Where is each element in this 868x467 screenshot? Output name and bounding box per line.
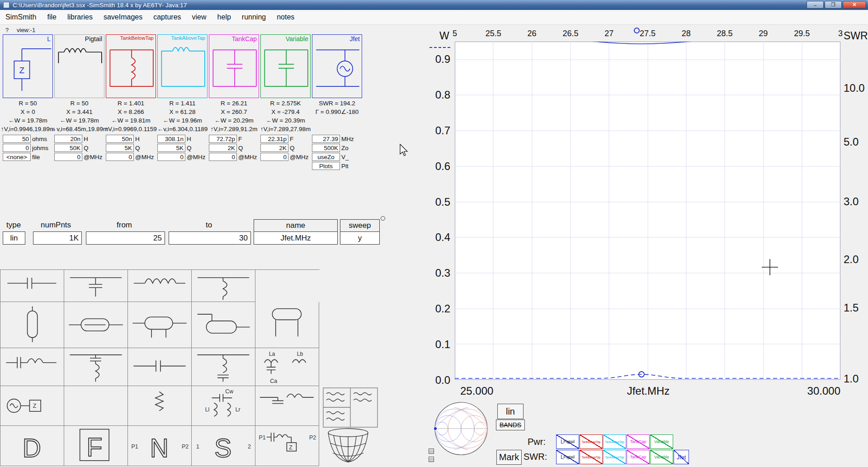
palette-generator-load[interactable]: Z — [0, 386, 64, 426]
field-unit[interactable]: ohms — [31, 136, 47, 142]
field-value[interactable]: 5K — [106, 144, 134, 152]
field-value[interactable]: 0 — [157, 153, 185, 161]
field-unit[interactable]: V_ — [340, 154, 349, 160]
menu-item[interactable]: file — [42, 13, 61, 21]
field-value[interactable]: 5K — [157, 144, 185, 152]
palette-line-with-drops[interactable] — [255, 302, 319, 348]
field-value[interactable]: 72.72p — [209, 135, 237, 143]
component-block-pigtail[interactable]: Pigtail R = 50 X = 3.441 ←W = 19.78m ←v,… — [54, 34, 104, 162]
field-unit[interactable]: MHz — [340, 136, 354, 142]
field-unit[interactable]: @MHz — [134, 154, 154, 160]
sweep-degree-marker[interactable] — [381, 216, 385, 221]
legend-swr-l-pigtail[interactable]: LPigtail — [556, 450, 579, 464]
smith-chart[interactable] — [433, 401, 490, 457]
bands-button[interactable]: BANDS — [496, 420, 525, 430]
menu-item[interactable]: saveImages — [98, 13, 148, 21]
field-unit[interactable]: johms — [31, 145, 48, 151]
field-value[interactable]: 50K — [54, 144, 82, 152]
field-value[interactable]: 22.31p — [260, 135, 288, 143]
legend-swr-tankbelowtap[interactable]: TankBelowTap — [580, 450, 603, 464]
maximize-button[interactable]: ❐ — [825, 1, 842, 9]
smith-option-icon-2[interactable] — [429, 457, 434, 462]
palette-coax-line[interactable] — [64, 302, 128, 348]
component-label[interactable]: TankAboveTap — [171, 35, 205, 41]
component-block-variable[interactable]: Variable R = 2.575K X = -279.4 ←W = 20.3… — [260, 34, 311, 162]
palette-shunt-lc[interactable] — [192, 348, 255, 386]
wire-library-icon[interactable] — [323, 387, 378, 428]
component-label[interactable]: L — [47, 35, 51, 42]
component-block-tankcap[interactable]: TankCap R = 26.21 X = 260.7 ←W = 20.29m … — [209, 34, 259, 162]
component-block-tankbelowtap[interactable]: TankBelowTap R = 1.401 X = 8.266 ←W = 19… — [106, 34, 156, 162]
field-value[interactable]: 0 — [209, 153, 237, 161]
field-unit[interactable]: Q — [82, 145, 89, 151]
field-value[interactable]: 0 — [3, 144, 31, 152]
field-value[interactable]: 2K — [209, 144, 237, 152]
palette-series-inductor[interactable] — [128, 270, 192, 302]
palette-series-lc[interactable] — [0, 348, 64, 386]
field-unit[interactable]: @MHz — [288, 154, 308, 160]
palette-cap-inductor[interactable] — [255, 386, 319, 426]
field-unit[interactable]: Q — [185, 145, 192, 151]
palette-n-port[interactable]: P1NP2 — [128, 426, 192, 466]
palette-shunt-capacitor[interactable] — [64, 270, 128, 302]
component-block-tankabovetap[interactable]: TankAboveTap R = 1.411 X = 61.28 ←W = 19… — [157, 34, 208, 162]
field-unit[interactable]: F — [288, 136, 293, 142]
legend-pwr-tankbelowtap[interactable]: TankBelowTap — [580, 434, 603, 449]
component-label[interactable]: Jfet — [349, 35, 360, 42]
component-label[interactable]: Variable — [286, 35, 308, 42]
x-axis-title[interactable]: Jfet.MHz — [627, 385, 670, 397]
menu-item[interactable]: notes — [271, 13, 300, 21]
palette-coupled-inductors[interactable]: LaLbCa — [255, 348, 319, 386]
palette-series-capacitor[interactable] — [0, 270, 64, 302]
sweep-name-value[interactable]: Jfet.MHz — [254, 231, 338, 245]
palette-s-parameter-block[interactable]: 1S2 — [192, 426, 255, 466]
menu-item[interactable]: view — [187, 13, 212, 21]
legend-pwr-l-pigtail[interactable]: LPigtail — [556, 434, 579, 449]
menu-item[interactable]: libraries — [62, 13, 98, 21]
legend-pwr-tankcap[interactable]: TankCap — [627, 434, 650, 449]
mark-button[interactable]: Mark — [496, 450, 522, 465]
field-value[interactable]: 20n — [54, 135, 82, 143]
sweep-from-value[interactable]: 25 — [86, 231, 165, 245]
sweep-numpnts-value[interactable]: 1K — [33, 231, 82, 245]
menu-item[interactable]: running — [236, 13, 271, 21]
field-unit[interactable]: @MHz — [185, 154, 205, 160]
menu-item[interactable]: SimSmith — [0, 13, 42, 21]
field-value[interactable]: 0 — [54, 153, 82, 161]
usezo-toggle[interactable]: useZo — [312, 153, 340, 161]
field-value[interactable]: 500K — [312, 144, 340, 152]
field-unit[interactable]: @MHz — [237, 154, 257, 160]
menu-item[interactable]: captures — [148, 13, 186, 21]
field-value[interactable]: 27.39 — [312, 135, 340, 143]
legend-pwr-variable[interactable]: Variable — [650, 434, 673, 449]
field-unit[interactable]: file — [31, 154, 40, 160]
field-unit[interactable]: Plt — [340, 163, 349, 170]
field-unit[interactable]: Q — [237, 145, 243, 151]
palette-f-block[interactable]: F — [64, 426, 128, 466]
component-block-jfet[interactable]: Jfet SWR = 194.2 Γ = 0.990∠-180 27.39MHz… — [312, 34, 362, 171]
field-unit[interactable]: H — [82, 136, 88, 142]
legend-swr-tankcap[interactable]: TankCap — [627, 450, 650, 464]
palette-empty-cell-2[interactable] — [64, 386, 128, 426]
plots-button[interactable]: Plots — [312, 162, 340, 170]
component-label[interactable]: TankCap — [232, 35, 257, 42]
legend-swr-variable[interactable]: Variable — [650, 450, 673, 464]
field-value[interactable]: 308.1n — [157, 135, 185, 143]
palette-two-port-network[interactable]: P1P2 Z — [255, 426, 319, 466]
field-unit[interactable]: H — [185, 136, 191, 142]
component-block-l[interactable]: L Z R = 50 X = 0 ←W = 19.78m ↑V,i=0.9946… — [3, 34, 53, 162]
legend-swr-jfet[interactable]: Jfet — [674, 450, 689, 464]
field-value[interactable]: 2K — [260, 144, 288, 152]
component-label[interactable]: TankBelowTap — [120, 35, 154, 41]
minimize-button[interactable]: – — [807, 1, 824, 9]
legend-swr-tankabovetap[interactable]: TankAboveTap — [603, 450, 626, 464]
palette-balun-vertical[interactable] — [0, 302, 64, 348]
field-value[interactable]: 50n — [106, 135, 134, 143]
palette-shunt-cl[interactable] — [64, 348, 128, 386]
legend-pwr-tankabovetap[interactable]: TankAboveTap — [603, 434, 626, 449]
basket-icon[interactable] — [326, 428, 370, 466]
field-unit[interactable]: @MHz — [82, 154, 102, 160]
palette-resistor[interactable] — [128, 386, 192, 426]
sweep-type-value[interactable]: lin — [3, 231, 25, 245]
field-unit[interactable]: Q — [134, 145, 140, 151]
